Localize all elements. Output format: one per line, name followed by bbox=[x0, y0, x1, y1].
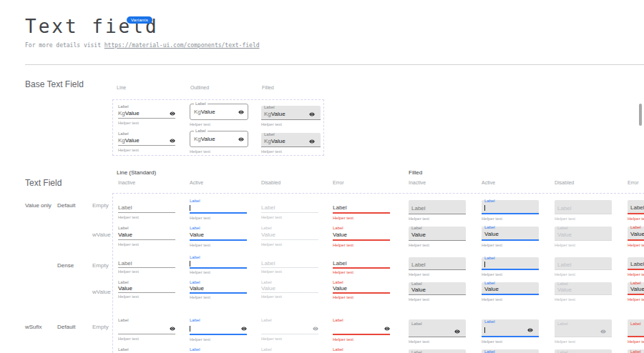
textfield-line-error-value[interactable]: LabelValueHelper text bbox=[333, 280, 390, 299]
textfield-filled-disabled-value[interactable]: LabelValueHelper text bbox=[555, 282, 612, 302]
field-input-area[interactable]: Label bbox=[118, 260, 175, 267]
field-input-area[interactable]: Value bbox=[484, 230, 536, 239]
visibility-icon[interactable] bbox=[241, 326, 247, 332]
visibility-icon[interactable] bbox=[238, 109, 244, 115]
filled-box[interactable]: LabelKgValue bbox=[261, 133, 321, 147]
visibility-icon[interactable] bbox=[170, 111, 175, 116]
textfield-filled-active-empty[interactable]: LabelHelper text bbox=[482, 257, 539, 277]
visibility-icon[interactable] bbox=[238, 136, 244, 142]
textfield-filled-inactive-value[interactable]: LabelKgValueHelper text bbox=[261, 133, 321, 154]
visibility-icon[interactable] bbox=[309, 111, 315, 117]
field-input-area[interactable]: KgValue bbox=[118, 109, 175, 118]
textfield-line-inactive-empty[interactable]: LabelHelper text bbox=[118, 255, 175, 274]
textfield-line-active-empty[interactable]: LabelHelper text bbox=[190, 198, 247, 220]
filled-box[interactable]: Label bbox=[628, 257, 644, 270]
field-input-area[interactable]: Value bbox=[118, 231, 175, 239]
textfield-filled-error-value[interactable]: LabelValueHelper text bbox=[628, 282, 644, 302]
field-input-area[interactable]: KgValue bbox=[264, 137, 318, 146]
textfield-filled-error-empty[interactable]: LabelHelper text bbox=[628, 257, 644, 277]
field-input-area[interactable] bbox=[630, 327, 644, 335]
textfield-line-disabled-value[interactable]: LabelValueHelper text bbox=[261, 225, 318, 247]
filled-box[interactable]: Label bbox=[555, 257, 612, 270]
textfield-line-active-empty[interactable]: LabelHelper text bbox=[190, 255, 247, 274]
textfield-line-active-value[interactable]: LabelValueHelper text bbox=[190, 280, 247, 299]
filled-box[interactable]: Label bbox=[482, 319, 539, 337]
field-input-area[interactable]: Label bbox=[557, 204, 609, 213]
filled-box[interactable]: LabelValue bbox=[555, 227, 612, 241]
field-input-area[interactable]: Value bbox=[557, 231, 609, 239]
field-input-area[interactable]: Label bbox=[630, 204, 644, 212]
textfield-filled-error-empty[interactable]: LabelHelper text bbox=[628, 319, 644, 344]
filled-box[interactable]: LabelKgValue bbox=[261, 106, 321, 120]
field-input-area[interactable]: Value bbox=[484, 286, 536, 293]
field-input-area[interactable]: Value bbox=[333, 285, 390, 292]
visibility-icon[interactable] bbox=[527, 327, 533, 333]
field-input-area[interactable]: KgValue bbox=[264, 110, 318, 119]
field-input-area[interactable]: Value bbox=[411, 231, 463, 239]
field-input-area[interactable]: Value bbox=[261, 285, 318, 292]
field-input-area[interactable]: Label bbox=[261, 260, 318, 267]
textfield-line-inactive-value[interactable]: LabelValueHelper text bbox=[118, 347, 175, 353]
field-input-area[interactable] bbox=[484, 204, 536, 212]
filled-box[interactable]: LabelValue bbox=[409, 227, 466, 241]
textfield-filled-disabled-empty[interactable]: LabelHelper text bbox=[555, 319, 612, 344]
field-input-area[interactable] bbox=[190, 260, 247, 267]
field-input-area[interactable]: Label bbox=[333, 204, 390, 212]
material-ui-link[interactable]: https://material-ui.com/components/text-… bbox=[104, 42, 260, 49]
field-input-area[interactable]: KgValue bbox=[118, 136, 175, 145]
textfield-line-disabled-value[interactable]: LabelValueHelper text bbox=[261, 347, 318, 353]
textfield-filled-error-value[interactable]: LabelValueHelper text bbox=[628, 227, 644, 247]
field-input-area[interactable]: Value bbox=[118, 285, 175, 292]
filled-box[interactable]: Label bbox=[555, 319, 612, 337]
textfield-line-disabled-empty[interactable]: LabelHelper text bbox=[261, 198, 318, 219]
textfield-line-active-value[interactable]: LabelValueHelper text bbox=[190, 225, 247, 247]
field-input-area[interactable]: Label bbox=[261, 204, 318, 212]
field-input-area[interactable]: Label bbox=[333, 260, 390, 267]
textfield-line-inactive-value[interactable]: LabelKgValueHelper text bbox=[118, 104, 175, 125]
textfield-line-inactive-value[interactable]: LabelValueHelper text bbox=[118, 280, 175, 299]
filled-box[interactable]: Label bbox=[628, 200, 644, 214]
filled-box[interactable]: Label bbox=[482, 200, 539, 214]
field-input-area[interactable]: Value bbox=[333, 231, 390, 239]
field-input-area[interactable]: Value bbox=[411, 287, 463, 294]
textfield-outlined-base[interactable]: LabelKgValueHelper text bbox=[190, 131, 248, 154]
filled-box[interactable]: LabelValue bbox=[409, 282, 466, 295]
textfield-filled-inactive-value[interactable]: LabelKgValueHelper text bbox=[261, 106, 321, 126]
filled-box[interactable]: Label bbox=[409, 257, 466, 270]
filled-box[interactable]: LabelValue bbox=[555, 349, 612, 353]
textfield-filled-inactive-empty[interactable]: LabelHelper text bbox=[409, 200, 466, 221]
textfield-line-inactive-empty[interactable]: LabelHelper text bbox=[118, 198, 175, 219]
field-input-area[interactable]: Label bbox=[118, 204, 175, 212]
textfield-filled-disabled-value[interactable]: LabelValueHelper text bbox=[555, 227, 612, 247]
textfield-filled-inactive-value[interactable]: LabelValueHelper text bbox=[409, 227, 466, 247]
textfield-line-inactive-value[interactable]: LabelValueHelper text bbox=[118, 225, 175, 247]
filled-box[interactable]: LabelValue bbox=[482, 227, 539, 241]
outlined-box[interactable]: LabelKgValue bbox=[190, 104, 248, 120]
visibility-icon[interactable] bbox=[170, 138, 175, 144]
field-input-area[interactable] bbox=[557, 327, 609, 336]
textfield-line-error-empty[interactable]: LabelHelper text bbox=[333, 317, 390, 342]
textfield-line-error-empty[interactable]: LabelHelper text bbox=[333, 255, 390, 274]
field-input-area[interactable]: Label bbox=[411, 262, 463, 269]
field-input-area[interactable]: Value bbox=[261, 231, 318, 239]
textfield-filled-active-value[interactable]: LabelValueHelper text bbox=[482, 349, 539, 353]
textfield-line-disabled-empty[interactable]: LabelHelper text bbox=[261, 317, 318, 341]
field-input-area[interactable]: Value bbox=[190, 231, 247, 239]
visibility-icon[interactable] bbox=[454, 329, 460, 334]
field-input-area[interactable] bbox=[411, 327, 463, 336]
textfield-filled-active-empty[interactable]: LabelHelper text bbox=[482, 319, 539, 344]
textfield-line-inactive-empty[interactable]: LabelHelper text bbox=[118, 317, 175, 341]
textfield-line-inactive-value[interactable]: LabelKgValueHelper text bbox=[118, 131, 175, 152]
textfield-filled-inactive-empty[interactable]: LabelHelper text bbox=[409, 319, 466, 344]
filled-box[interactable]: Label bbox=[409, 200, 466, 214]
visibility-icon[interactable] bbox=[384, 326, 390, 332]
outlined-box[interactable]: LabelKgValue bbox=[190, 131, 248, 147]
textfield-line-active-value[interactable]: LabelValueHelper text bbox=[190, 347, 247, 353]
textfield-filled-inactive-empty[interactable]: LabelHelper text bbox=[409, 257, 466, 277]
filled-box[interactable]: LabelValue bbox=[409, 349, 466, 353]
textfield-line-error-value[interactable]: LabelValueHelper text bbox=[333, 347, 390, 353]
field-input-area[interactable]: Value bbox=[630, 286, 644, 293]
field-input-area[interactable] bbox=[333, 323, 390, 334]
visibility-icon[interactable] bbox=[309, 139, 315, 144]
filled-box[interactable]: Label bbox=[409, 319, 466, 337]
